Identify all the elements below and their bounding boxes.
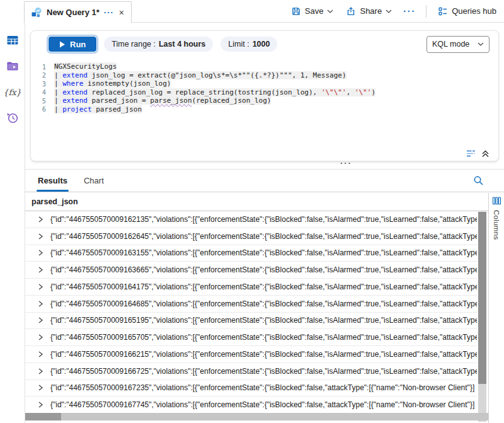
code-line[interactable]: 3| where isnotempty(json_log) xyxy=(31,79,495,88)
run-button[interactable]: Run xyxy=(49,37,96,52)
row-json-text: {"id":"4467550570009163155","violations"… xyxy=(50,248,477,257)
queries-hub-button[interactable]: Queries hub xyxy=(434,4,500,19)
table-row[interactable]: {"id":"4467550570009165195","violations"… xyxy=(25,313,477,330)
code-highlight: | extend parsed_json = parse_json(replac… xyxy=(54,96,271,105)
table-row[interactable]: {"id":"4467550570009166725","violations"… xyxy=(25,363,477,380)
history-icon[interactable] xyxy=(5,111,20,125)
expand-chevron-icon[interactable] xyxy=(36,350,45,359)
code-line[interactable]: 4| extend replaced_json_log = replace_st… xyxy=(31,88,495,97)
expand-chevron-icon[interactable] xyxy=(36,215,45,224)
share-icon xyxy=(346,6,356,16)
expand-chevron-icon[interactable] xyxy=(36,333,45,342)
table-row[interactable]: {"id":"4467550570009167745","violations"… xyxy=(25,397,477,413)
functions-icon[interactable]: {fx} xyxy=(5,85,20,99)
queries-icon[interactable] xyxy=(5,59,20,73)
table-row[interactable]: {"id":"4467550570009166215","violations"… xyxy=(25,346,477,363)
column-header-parsed-json[interactable]: parsed_json xyxy=(25,193,488,211)
code-highlight: NGXSecurityLogs xyxy=(54,62,117,71)
table-row[interactable]: {"id":"4467550570009163665","violations"… xyxy=(25,262,477,279)
code-text: | extend parsed_json = parse_json(replac… xyxy=(54,96,271,105)
code-text: | where isnotempty(json_log) xyxy=(54,79,171,88)
code-token: isnotempty(json_log) xyxy=(83,79,171,88)
code-token: | xyxy=(54,79,62,88)
expand-chevron-icon[interactable] xyxy=(36,400,45,409)
expand-chevron-icon[interactable] xyxy=(36,265,45,274)
expand-chevron-icon[interactable] xyxy=(36,383,45,392)
save-icon xyxy=(291,6,301,16)
results-rows: {"id":"4467550570009162135","violations"… xyxy=(25,211,477,413)
time-range-label: Time range : xyxy=(112,40,156,49)
expand-chevron-icon[interactable] xyxy=(36,299,45,308)
tab-results[interactable]: Results xyxy=(38,176,67,185)
row-json-text: {"id":"4467550570009162645","violations"… xyxy=(50,232,477,241)
tab-chart[interactable]: Chart xyxy=(84,176,104,185)
code-highlight: | extend replaced_json_log = replace_str… xyxy=(54,88,375,96)
code-line[interactable]: 6| project parsed_json xyxy=(31,105,495,114)
collapse-panel-icon[interactable] xyxy=(481,149,490,158)
editor-actions xyxy=(466,149,490,158)
play-icon xyxy=(59,41,66,48)
row-json-text: {"id":"4467550570009162135","violations"… xyxy=(50,215,477,224)
table-row[interactable]: {"id":"4467550570009167235","violations"… xyxy=(25,380,477,397)
format-query-icon[interactable] xyxy=(466,149,476,158)
code-line[interactable]: 5| extend parsed_json = parse_json(repla… xyxy=(31,96,495,105)
search-icon[interactable] xyxy=(473,175,484,188)
main-panel: Run Time range : Last 4 hours Limit : 10… xyxy=(25,22,504,423)
line-number: 5 xyxy=(31,97,46,105)
expand-chevron-icon[interactable] xyxy=(36,282,45,291)
query-editor[interactable]: 1NGXSecurityLogs2| extend json_log = ext… xyxy=(31,62,495,113)
query-tab[interactable]: New Query 1* ··· × xyxy=(24,1,132,23)
columns-side-panel[interactable]: Columns xyxy=(488,193,504,423)
more-actions-button[interactable]: ··· xyxy=(401,6,418,16)
code-token: parsed_json xyxy=(92,105,142,113)
table-row[interactable]: {"id":"4467550570009162645","violations"… xyxy=(25,228,477,245)
chevron-down-icon xyxy=(386,9,392,13)
save-button[interactable]: Save xyxy=(287,4,338,19)
chevron-down-icon xyxy=(478,42,484,46)
code-token: ) xyxy=(371,88,375,96)
table-row[interactable]: {"id":"4467550570009163155","violations"… xyxy=(25,245,477,262)
expand-chevron-icon[interactable] xyxy=(36,316,45,325)
horizontal-scrollbar[interactable] xyxy=(25,413,488,420)
limit-label: Limit : xyxy=(228,40,249,49)
editor-lines: 1NGXSecurityLogs2| extend json_log = ext… xyxy=(31,62,495,113)
table-row[interactable]: {"id":"4467550570009162135","violations"… xyxy=(25,211,477,228)
kql-mode-select[interactable]: KQL mode xyxy=(427,36,490,53)
code-text: NGXSecurityLogs xyxy=(54,62,117,71)
code-token: (replaced_json_log) xyxy=(192,96,272,105)
tab-close-icon[interactable]: × xyxy=(118,8,125,17)
run-label: Run xyxy=(70,40,86,49)
code-token: replaced_json_log = replace_string(tostr… xyxy=(88,88,321,96)
code-text: | extend json_log = extract(@"json_log\s… xyxy=(54,71,346,80)
horizontal-scrollbar-thumb[interactable] xyxy=(25,413,61,420)
results-tabs: Results Chart xyxy=(25,170,504,192)
code-line[interactable]: 2| extend json_log = extract(@"json_log\… xyxy=(31,71,495,80)
table-row[interactable]: {"id":"4467550570009164175","violations"… xyxy=(25,279,477,296)
row-json-text: {"id":"4467550570009164685","violations"… xyxy=(50,299,477,308)
code-highlight: | extend json_log = extract(@"json_log\s… xyxy=(54,71,346,79)
left-rail: {fx} xyxy=(0,22,25,423)
time-range-pill[interactable]: Time range : Last 4 hours xyxy=(104,37,213,52)
code-line[interactable]: 1NGXSecurityLogs xyxy=(31,62,495,71)
tab-more-icon[interactable]: ··· xyxy=(104,8,114,16)
expand-chevron-icon[interactable] xyxy=(36,367,45,376)
code-token: | xyxy=(54,105,62,113)
share-button[interactable]: Share xyxy=(342,4,396,19)
expand-chevron-icon[interactable] xyxy=(36,248,45,257)
pane-resize-handle[interactable]: ··· xyxy=(340,160,352,166)
limit-pill[interactable]: Limit : 1000 xyxy=(220,37,277,52)
vertical-scrollbar[interactable] xyxy=(478,212,486,422)
line-number: 1 xyxy=(31,63,46,71)
table-row[interactable]: {"id":"4467550570009165705","violations"… xyxy=(25,329,477,346)
table-row[interactable]: {"id":"4467550570009164685","violations"… xyxy=(25,296,477,313)
code-token: NGXSecurityLogs xyxy=(54,62,117,71)
code-token: '\"' xyxy=(355,88,372,96)
expand-chevron-icon[interactable] xyxy=(36,232,45,241)
code-token: | xyxy=(54,96,62,105)
code-token: parse_json xyxy=(150,96,192,105)
vertical-scrollbar-thumb[interactable] xyxy=(478,212,486,384)
line-number: 2 xyxy=(31,71,46,79)
adx-logo-icon xyxy=(31,7,42,18)
queries-hub-icon xyxy=(438,6,448,16)
data-tables-icon[interactable] xyxy=(5,33,20,47)
